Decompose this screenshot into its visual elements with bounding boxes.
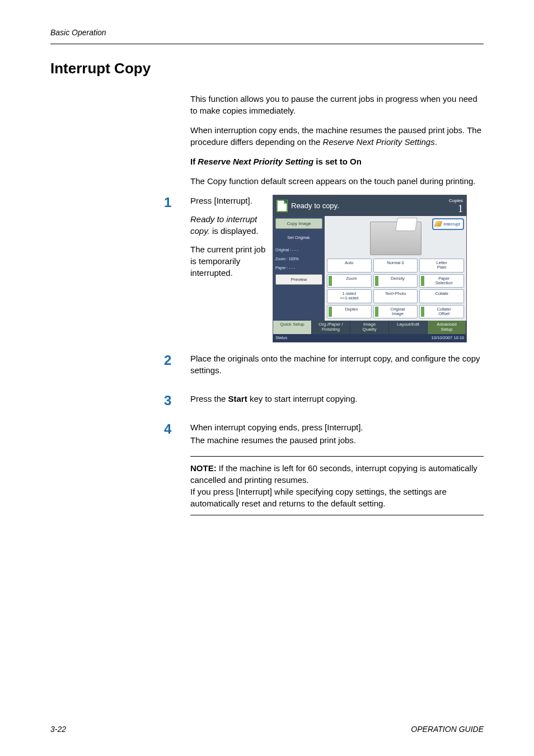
status-left: Status [275, 335, 287, 341]
note-block: NOTE: If the machine is left for 60 seco… [190, 456, 484, 515]
intro-p2d: . [435, 137, 437, 147]
preview-button[interactable]: Preview [275, 274, 322, 285]
step-number: 2 [164, 353, 190, 368]
copy-image-button[interactable]: Copy Image [275, 218, 322, 229]
panel-main: Interrupt Auto Normal 0 Letter Plain Zoo… [325, 216, 466, 321]
zoom-button[interactable]: Zoom [327, 274, 372, 288]
tab-org-paper-finishing[interactable]: Org./Paper / Finishing [312, 321, 350, 334]
panel-tabs: Quick Setup Org./Paper / Finishing Image… [273, 321, 466, 334]
collate-button[interactable]: Collate [419, 289, 464, 303]
intro-p1: This function allows you to pause the cu… [190, 93, 484, 116]
step-number: 3 [164, 393, 190, 408]
lead-paragraph: The Copy function default screen appears… [190, 175, 484, 187]
footer-left: 3-22 [50, 725, 66, 734]
step4-l2: The machine resumes the paused print job… [190, 434, 484, 446]
meta-paper: Paper : - - - [275, 263, 322, 270]
running-header: Basic Operation [50, 28, 484, 37]
note-l2: If you press [Interrupt] while specifyin… [190, 487, 447, 508]
subhead-prefix: If [190, 157, 198, 166]
auto-button[interactable]: Auto [327, 259, 372, 273]
intro-p2c: Reserve Next Priority Settings [323, 137, 435, 147]
meta-original: Original : - - - [275, 245, 322, 252]
note-label: NOTE: [190, 463, 217, 473]
touch-panel-screenshot: Ready to copy. Copies 1 Copy Image Set O… [273, 195, 467, 342]
tab-layout-edit[interactable]: Layout/Edit [389, 321, 428, 334]
duplex-button[interactable]: Duplex [327, 305, 372, 319]
copies-value: 1 [449, 204, 463, 214]
step-number: 4 [164, 421, 190, 437]
footer-right: OPERATION GUIDE [411, 725, 484, 734]
tab-image-quality[interactable]: Image Quality [350, 321, 389, 334]
step2-text: Place the originals onto the machine for… [190, 353, 484, 376]
step-number: 1 [164, 195, 190, 210]
document-icon [277, 200, 288, 212]
panel-sidebar: Copy Image Set Original. Original : - - … [273, 216, 325, 321]
step4-l1: When interrupt copying ends, press [Inte… [190, 421, 484, 433]
panel-status-bar: Status 10/10/2007 10:10 [273, 334, 466, 342]
collate-offset-button[interactable]: Collate/ Offset [419, 305, 464, 319]
step3-bold: Start [228, 394, 247, 403]
note-l1: If the machine is left for 60 seconds, i… [190, 463, 477, 485]
interrupt-button[interactable]: Interrupt [432, 218, 464, 230]
intro-p2a: When interruption copy ends, the machine… [190, 125, 465, 135]
step1-line2b: is displayed. [210, 226, 259, 236]
tab-advanced-setup[interactable]: Advanced Setup [428, 321, 466, 334]
paper-selection-button[interactable]: Paper Selection [419, 274, 464, 288]
density-button[interactable]: Density [373, 274, 418, 288]
intro-p2: When interruption copy ends, the machine… [190, 124, 484, 148]
status-right: 10/10/2007 10:10 [432, 335, 464, 341]
step1-line2: Ready to interrupt copy. is displayed. [190, 213, 266, 237]
tab-quick-setup[interactable]: Quick Setup [273, 321, 312, 334]
page-footer: 3-22 OPERATION GUIDE [50, 702, 484, 734]
meta-zoom: Zoom : 100% [275, 254, 322, 261]
subhead-suffix: is set to On [313, 157, 362, 166]
set-original-label: Set Original. [275, 231, 322, 243]
step3-prefix: Press the [190, 394, 228, 403]
1sided-button[interactable]: 1-sided >>1-sided [327, 289, 372, 303]
copies-indicator: Copies 1 [449, 198, 463, 214]
header-rule [50, 44, 484, 44]
original-image-button[interactable]: Original Image [373, 305, 418, 319]
step1-line1: Press [Interrupt]. [190, 195, 266, 206]
subheading: If Reserve Next Priority Setting is set … [190, 156, 484, 167]
subhead-italic: Reserve Next Priority Setting [198, 157, 313, 166]
page-title: Interrupt Copy [50, 60, 484, 77]
normal0-button[interactable]: Normal 0 [373, 259, 418, 273]
step3-text: Press the Start key to start interrupt c… [190, 393, 484, 405]
step1-line3: The current print job is temporarily int… [190, 243, 266, 279]
panel-title: Ready to copy. [291, 201, 339, 211]
letter-plain-button[interactable]: Letter Plain [419, 259, 464, 273]
textphoto-button[interactable]: Text+Photo [373, 289, 418, 303]
step3-suffix: key to start interrupt copying. [247, 394, 358, 403]
printer-icon [370, 222, 421, 255]
panel-titlebar: Ready to copy. Copies 1 [273, 195, 466, 216]
